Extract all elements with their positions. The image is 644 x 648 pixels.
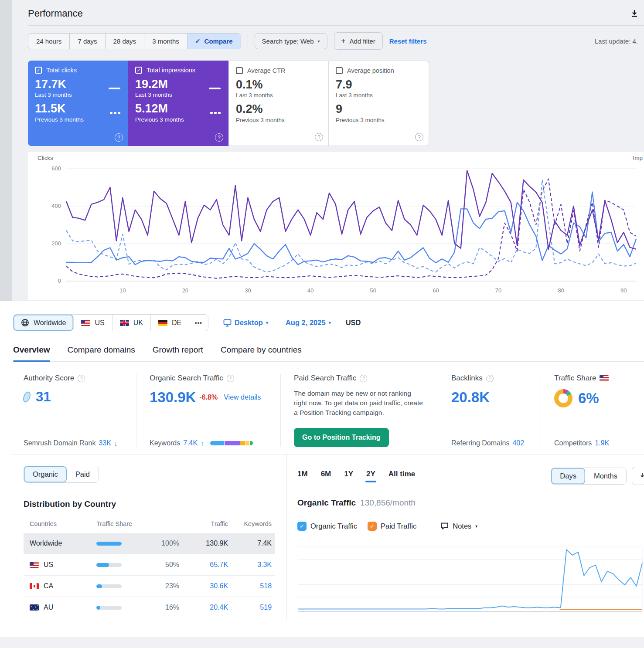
help-icon[interactable]: ?: [315, 133, 323, 141]
column-keywords: Keywords: [228, 520, 275, 527]
svg-text:Clicks: Clicks: [37, 155, 53, 161]
stat-divider: [438, 374, 438, 447]
checkbox-unchecked-icon[interactable]: [336, 67, 343, 74]
traffic-value[interactable]: 30.6K: [181, 582, 228, 590]
screenshot-root: Performance 24 hours 7 days 28 days 3 mo…: [0, 0, 644, 648]
country-de-button[interactable]: DE: [151, 315, 189, 331]
competitors-link[interactable]: 1.9K: [595, 439, 609, 447]
help-icon[interactable]: ?: [415, 133, 423, 141]
info-icon[interactable]: ?: [227, 375, 234, 382]
period-2y[interactable]: 2Y: [366, 470, 375, 482]
metric-card-total-impressions[interactable]: ✓ Total impressions 19.2M Last 3 months …: [128, 61, 228, 146]
table-row-ca[interactable]: CA 23% 30.6K 518: [24, 575, 275, 597]
tab-growth-report[interactable]: Growth report: [153, 345, 203, 361]
period-1m[interactable]: 1M: [297, 470, 308, 482]
checkbox-unchecked-icon[interactable]: [236, 67, 243, 74]
notes-dropdown[interactable]: Notes ▾: [438, 522, 480, 531]
keywords-link[interactable]: 7.4K: [183, 439, 198, 447]
range-3-months-button[interactable]: 3 months: [144, 34, 187, 49]
range-24-hours-button[interactable]: 24 hours: [28, 34, 69, 49]
toggle-organic-button[interactable]: Organic: [24, 466, 67, 482]
device-selector-dropdown[interactable]: Desktop ▾: [221, 318, 271, 327]
vertical-divider: [248, 33, 248, 49]
help-icon[interactable]: ?: [115, 133, 123, 142]
tab-overview[interactable]: Overview: [13, 345, 50, 361]
period-selector: 1M 6M 1Y 2Y All time Days Months: [297, 467, 644, 485]
table-row-au[interactable]: AU 16% 20.4K 519: [24, 597, 275, 618]
traffic-share-stat: Traffic Share 6% Competitors 1.9K: [554, 374, 644, 447]
organic-traffic-chart[interactable]: [297, 541, 644, 620]
period-all-time[interactable]: All time: [388, 470, 415, 482]
period-6m[interactable]: 6M: [321, 470, 331, 482]
traffic-share-donut-icon: [554, 389, 572, 407]
view-details-link[interactable]: View details: [224, 394, 261, 401]
granularity-days-button[interactable]: Days: [551, 468, 585, 484]
us-flag-icon: [30, 562, 39, 568]
toggle-paid-button[interactable]: Paid: [67, 466, 99, 482]
country-selector-group: Worldwide US UK DE •••: [13, 314, 208, 331]
info-icon[interactable]: ?: [78, 375, 85, 382]
help-icon[interactable]: ?: [215, 133, 223, 142]
country-uk-button[interactable]: UK: [112, 315, 151, 331]
keywords-value[interactable]: 519: [228, 604, 275, 611]
reset-filters-link[interactable]: Reset filters: [389, 37, 427, 45]
traffic-value: 130.9K: [181, 539, 228, 547]
range-28-days-button[interactable]: 28 days: [105, 34, 144, 49]
metric-previous-value: 9: [336, 103, 422, 115]
date-selector-dropdown[interactable]: Aug 2, 2025 ▾: [283, 318, 334, 327]
us-flag-icon: [600, 375, 609, 381]
svg-text:60: 60: [433, 287, 439, 294]
svg-text:Imp: Imp: [633, 155, 643, 161]
performance-chart[interactable]: 0200400600102030405060708090ClicksImp: [28, 152, 644, 300]
traffic-value[interactable]: 65.7K: [181, 561, 228, 569]
check-icon: ✓: [195, 37, 201, 44]
backlinks-stat: Backlinks ? 20.8K Referring Domains 402: [451, 374, 541, 447]
table-row-us[interactable]: US 50% 65.7K 3.3K: [24, 554, 275, 575]
share-percent: 50%: [165, 561, 179, 569]
add-filter-button[interactable]: + Add filter: [334, 32, 383, 50]
metric-card-total-clicks[interactable]: ✓ Total clicks 17.7K Last 3 months 11.5K…: [28, 61, 128, 146]
info-icon[interactable]: ?: [360, 375, 367, 382]
search-type-label: Search type: Web: [262, 37, 314, 45]
column-traffic: Traffic: [181, 520, 228, 527]
country-us-button[interactable]: US: [74, 315, 112, 331]
svg-text:20: 20: [182, 287, 188, 294]
bottom-panels: Organic Paid Distribution by Country Cou…: [13, 455, 644, 620]
domain-rank-link[interactable]: 33K: [99, 439, 111, 447]
traffic-value[interactable]: 20.4K: [181, 604, 228, 611]
range-7-days-button[interactable]: 7 days: [69, 34, 105, 49]
metric-card-average-position[interactable]: Average position 7.9 Last 3 months 9 Pre…: [329, 61, 429, 146]
table-row-worldwide[interactable]: Worldwide 100% 130.9K 7.4K: [24, 533, 275, 554]
paid-traffic-checkbox[interactable]: ✓ Paid Traffic: [368, 522, 416, 531]
organic-traffic-value: 130.9K: [150, 389, 196, 406]
tab-compare-by-countries[interactable]: Compare by countries: [221, 345, 302, 361]
download-export-icon[interactable]: [630, 9, 639, 18]
stat-label: Paid Search Traffic: [294, 374, 356, 383]
metric-card-average-ctr[interactable]: Average CTR 0.1% Last 3 months 0.2% Prev…: [228, 61, 329, 146]
organic-traffic-checkbox[interactable]: ✓ Organic Traffic: [297, 522, 357, 531]
country-worldwide-button[interactable]: Worldwide: [14, 315, 74, 331]
period-1y[interactable]: 1Y: [344, 470, 353, 482]
footer-label: Semrush Domain Rank: [24, 439, 95, 447]
country-label: Worldwide: [34, 319, 66, 327]
granularity-months-button[interactable]: Months: [585, 468, 626, 484]
keywords-value[interactable]: 3.3K: [228, 561, 275, 569]
svg-text:40: 40: [307, 287, 313, 294]
report-tabs: Overview Compare domains Growth report C…: [13, 345, 644, 362]
info-icon[interactable]: ?: [486, 375, 494, 382]
metric-previous-value: 5.12M: [135, 102, 221, 115]
keywords-value[interactable]: 518: [228, 582, 275, 590]
more-countries-button[interactable]: •••: [189, 315, 208, 331]
svg-text:90: 90: [620, 287, 627, 294]
add-filter-label: Add filter: [350, 37, 375, 45]
performance-chart-svg: 0200400600102030405060708090ClicksImp: [28, 152, 644, 300]
checkbox-checked-icon[interactable]: ✓: [35, 67, 42, 74]
checkbox-checked-icon[interactable]: ✓: [135, 67, 142, 74]
chevron-down-icon: ▾: [318, 39, 320, 44]
range-compare-button[interactable]: ✓ Compare: [187, 34, 241, 49]
go-to-position-tracking-button[interactable]: Go to Position Tracking: [294, 428, 389, 447]
referring-domains-link[interactable]: 402: [512, 439, 524, 447]
export-button-partial[interactable]: [632, 467, 644, 485]
tab-compare-domains[interactable]: Compare domains: [68, 345, 135, 361]
search-type-dropdown[interactable]: Search type: Web ▾: [255, 33, 327, 49]
